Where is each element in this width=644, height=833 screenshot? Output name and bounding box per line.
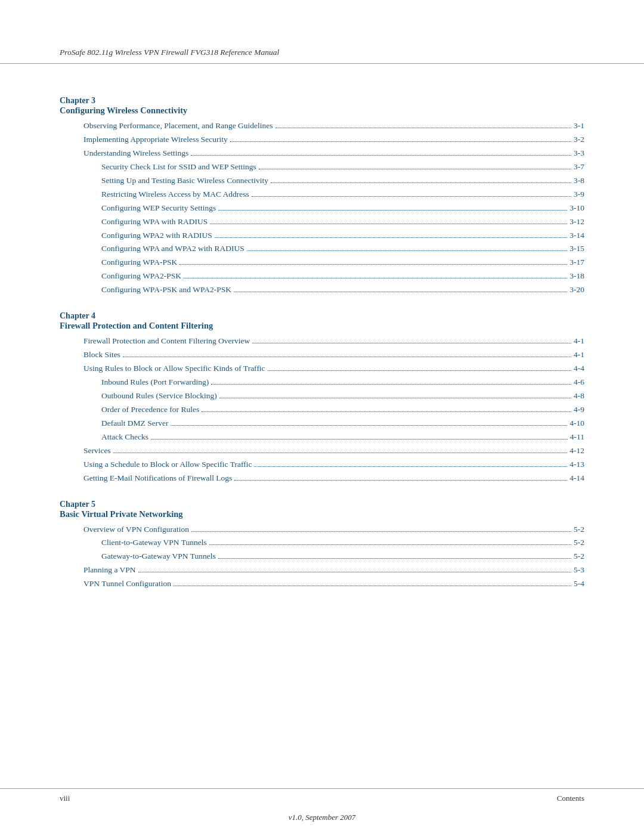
toc-item[interactable]: VPN Tunnel Configuration5-4 <box>60 577 584 591</box>
toc-dots <box>191 531 571 532</box>
chapter-heading-1: Chapter 3Configuring Wireless Connectivi… <box>60 96 584 116</box>
chapter-label-3: Chapter 5 <box>60 500 584 509</box>
toc-item[interactable]: Client-to-Gateway VPN Tunnels5-2 <box>60 536 584 550</box>
toc-page-number: 5-2 <box>574 536 584 550</box>
toc-item[interactable]: Using Rules to Block or Allow Specific K… <box>60 362 584 376</box>
toc-page-number: 4-9 <box>574 403 584 417</box>
toc-item[interactable]: Firewall Protection and Content Filterin… <box>60 335 584 348</box>
toc-page-number: 3-10 <box>569 202 584 215</box>
toc-dots <box>211 384 571 385</box>
toc-item[interactable]: Restricting Wireless Access by MAC Addre… <box>60 188 584 202</box>
toc-item[interactable]: Configuring WPA-PSK and WPA2-PSK3-20 <box>60 283 584 297</box>
footer-page-number: viii <box>60 794 70 803</box>
chapter-label-1: Chapter 3 <box>60 96 584 106</box>
toc-dots <box>230 141 571 142</box>
toc-item-text: Configuring WPA-PSK <box>101 256 177 270</box>
toc-page-number: 5-3 <box>574 563 584 577</box>
header: ProSafe 802.11g Wireless VPN Firewall FV… <box>0 0 644 64</box>
toc-item[interactable]: Security Check List for SSID and WEP Set… <box>60 160 584 174</box>
chapter-heading-2: Chapter 4Firewall Protection and Content… <box>60 311 584 331</box>
toc-item-text: Default DMZ Server <box>101 417 168 431</box>
toc-item-text: Services <box>83 444 111 458</box>
toc-page-number: 3-2 <box>574 133 584 147</box>
toc-item-text: Gateway-to-Gateway VPN Tunnels <box>101 550 216 563</box>
toc-item[interactable]: Overview of VPN Configuration5-2 <box>60 523 584 537</box>
toc-item-text: Client-to-Gateway VPN Tunnels <box>101 536 207 550</box>
toc-item[interactable]: Understanding Wireless Settings3-3 <box>60 147 584 160</box>
toc-page-number: 3-15 <box>569 242 584 256</box>
toc-page-number: 4-11 <box>570 431 584 444</box>
toc-dots <box>113 453 568 453</box>
toc-item-text: Planning a VPN <box>83 563 136 577</box>
toc-dots <box>202 411 571 412</box>
toc-item-text: Outbound Rules (Service Blocking) <box>101 389 217 403</box>
toc-dots <box>271 182 571 183</box>
footer-label: Contents <box>557 794 584 803</box>
toc-dots <box>184 278 567 278</box>
toc-dots <box>171 425 567 426</box>
toc-dots <box>252 343 571 343</box>
toc-item[interactable]: Setting Up and Testing Basic Wireless Co… <box>60 174 584 188</box>
chapter-label-2: Chapter 4 <box>60 311 584 321</box>
toc-page-number: 4-14 <box>569 472 584 485</box>
toc-dots <box>210 224 567 224</box>
toc-item[interactable]: Outbound Rules (Service Blocking)4-8 <box>60 389 584 403</box>
toc-page-number: 4-10 <box>569 417 584 431</box>
toc-item[interactable]: Block Sites4-1 <box>60 348 584 362</box>
toc-item-text: VPN Tunnel Configuration <box>83 577 171 591</box>
toc-item[interactable]: Inbound Rules (Port Forwarding)4-6 <box>60 376 584 389</box>
chapter-title-1: Configuring Wireless Connectivity <box>60 106 584 116</box>
toc-item-text: Observing Performance, Placement, and Ra… <box>83 119 273 133</box>
toc-dots <box>179 264 567 265</box>
toc-page-number: 4-13 <box>569 458 584 472</box>
toc-dots <box>151 439 568 439</box>
toc-page-number: 4-6 <box>574 376 584 389</box>
toc-item-text: Configuring WPA with RADIUS <box>101 215 208 229</box>
toc-item[interactable]: Attack Checks4-11 <box>60 431 584 444</box>
toc-page-number: 3-14 <box>569 229 584 243</box>
toc-item[interactable]: Configuring WPA-PSK3-17 <box>60 256 584 270</box>
toc-item[interactable]: Order of Precedence for Rules4-9 <box>60 403 584 417</box>
toc-page-number: 4-4 <box>574 362 584 376</box>
toc-page-number: 3-12 <box>569 215 584 229</box>
toc-item-text: Overview of VPN Configuration <box>83 523 189 537</box>
toc-page-number: 5-2 <box>574 523 584 537</box>
toc-item[interactable]: Planning a VPN5-3 <box>60 563 584 577</box>
toc-page-number: 3-17 <box>569 256 584 270</box>
toc-dots <box>268 370 571 371</box>
chapter-title-3: Basic Virtual Private Networking <box>60 509 584 519</box>
toc-dots <box>218 558 571 559</box>
toc-item[interactable]: Observing Performance, Placement, and Ra… <box>60 119 584 133</box>
toc-item-text: Configuring WPA2 with RADIUS <box>101 229 212 243</box>
toc-item[interactable]: Configuring WEP Security Settings3-10 <box>60 202 584 215</box>
toc-page-number: 3-1 <box>574 119 584 133</box>
toc-dots <box>252 196 571 197</box>
toc-page-number: 3-20 <box>569 283 584 297</box>
toc-dots <box>234 480 567 481</box>
toc-page-number: 5-4 <box>574 577 584 591</box>
toc-item-text: Using Rules to Block or Allow Specific K… <box>83 362 265 376</box>
toc-item[interactable]: Default DMZ Server4-10 <box>60 417 584 431</box>
toc-item[interactable]: Services4-12 <box>60 444 584 458</box>
toc-dots <box>219 398 571 398</box>
toc-item[interactable]: Implementing Appropriate Wireless Securi… <box>60 133 584 147</box>
toc-item-text: Understanding Wireless Settings <box>83 147 188 160</box>
toc-item-text: Implementing Appropriate Wireless Securi… <box>83 133 228 147</box>
toc-dots <box>275 128 571 128</box>
toc-page-number: 4-8 <box>574 389 584 403</box>
toc-item[interactable]: Getting E-Mail Notifications of Firewall… <box>60 472 584 485</box>
toc-item[interactable]: Configuring WPA with RADIUS3-12 <box>60 215 584 229</box>
toc-item[interactable]: Using a Schedule to Block or Allow Speci… <box>60 458 584 472</box>
toc-item[interactable]: Configuring WPA2 with RADIUS3-14 <box>60 229 584 243</box>
toc-dots <box>234 292 567 292</box>
toc-dots <box>215 237 568 238</box>
toc-item[interactable]: Configuring WPA2-PSK3-18 <box>60 270 584 283</box>
toc-content: Chapter 3Configuring Wireless Connectivi… <box>0 76 644 627</box>
chapter-heading-3: Chapter 5Basic Virtual Private Networkin… <box>60 500 584 519</box>
toc-page-number: 3-8 <box>574 174 584 188</box>
toc-dots <box>218 210 567 210</box>
toc-item[interactable]: Configuring WPA and WPA2 with RADIUS3-15 <box>60 242 584 256</box>
toc-dots <box>174 586 571 586</box>
chapter-title-2: Firewall Protection and Content Filterin… <box>60 321 584 331</box>
toc-item[interactable]: Gateway-to-Gateway VPN Tunnels5-2 <box>60 550 584 563</box>
